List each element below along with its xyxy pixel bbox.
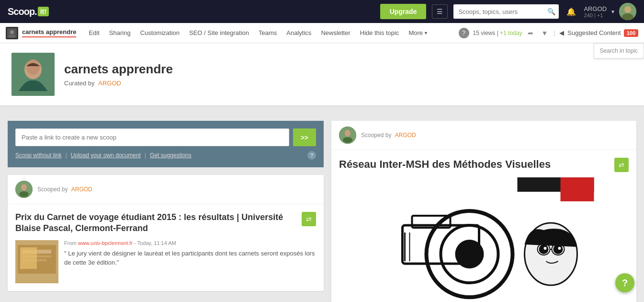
left-card-curator-link[interactable]: ARGOD [71, 186, 92, 193]
page-wrapper: >> Scoop without link | Upload your own … [0, 113, 644, 302]
reshuffle-button[interactable]: ⇄ [302, 212, 316, 226]
svg-point-20 [343, 137, 352, 143]
user-menu[interactable]: ARGOD 240 | +1 ▼ [584, 3, 636, 20]
hamburger-icon: ☰ [437, 8, 443, 15]
scoop-url-input[interactable] [15, 128, 289, 146]
get-suggestions-link[interactable]: Get suggestions [150, 152, 192, 159]
profile-avatar [11, 53, 55, 96]
right-card-body: Réseau Inter-MSH des Méthodes Visuelles … [331, 150, 636, 302]
svg-point-10 [21, 184, 27, 191]
global-search-bar: 🔍 [453, 4, 559, 19]
profile-curator: Curated by ARGOD [64, 80, 173, 87]
search-in-topic-dropdown: Search in topic [594, 43, 644, 58]
logo[interactable]: Scoop. it! [8, 6, 49, 17]
newsletter-link[interactable]: Newsletter [316, 23, 355, 43]
right-card-header: Scooped by ARGOD [331, 121, 636, 150]
views-text: 15 views | +1 today [473, 30, 522, 36]
right-card-avatar-image [339, 127, 356, 144]
nav-right-area: ? 15 views | +1 today ➦ ▼ | ◀ Suggested … [459, 27, 638, 39]
right-card-curator-link[interactable]: ARGOD [395, 132, 416, 139]
profile-section: carnets apprendre Curated by ARGOD [0, 43, 644, 105]
edit-link[interactable]: Edit [84, 23, 104, 43]
curator-link[interactable]: ARGOD [98, 80, 121, 87]
card-excerpt: " Le jury vient de désigner le lauréat e… [64, 249, 316, 267]
svg-point-8 [26, 59, 40, 75]
source-link[interactable]: www.univ-bpclermont.fr [78, 240, 133, 246]
teams-link[interactable]: Teams [254, 23, 282, 43]
filter-icon-btn[interactable]: ▼ [539, 27, 550, 39]
share-icon-btn[interactable]: ➦ [526, 27, 535, 39]
card-thumbnail-image [15, 240, 58, 283]
right-card-title[interactable]: Réseau Inter-MSH des Méthodes Visuelles [339, 158, 610, 172]
svg-rect-23 [561, 177, 594, 201]
help-bubble[interactable]: ? [615, 273, 634, 292]
suggested-content-btn[interactable]: ◀ Suggested Content 100 [559, 29, 638, 37]
search-button[interactable]: 🔍 [543, 4, 559, 19]
card-title-row: Prix du Carnet de voyage étudiant 2015 :… [15, 212, 316, 240]
svg-point-32 [539, 244, 549, 254]
scooped-by-label: Scooped by ARGOD [37, 186, 92, 193]
suggested-count-badge: 100 [624, 29, 638, 37]
top-navigation: Scoop. it! Upgrade ☰ 🔍 🔔 ARGOD 240 | +1 … [0, 0, 644, 23]
left-article-card: Scooped by ARGOD Prix du Carnet de voyag… [8, 175, 324, 291]
upload-document-link[interactable]: Upload your own document [71, 152, 141, 159]
card-thumbnail [15, 240, 58, 283]
card-source: From www.univ-bpclermont.fr - Today, 11:… [64, 240, 316, 246]
profile-avatar-image [11, 53, 55, 96]
sharing-link[interactable]: Sharing [104, 23, 136, 43]
profile-info: carnets apprendre Curated by ARGOD [64, 62, 173, 87]
right-scooped-by: Scooped by ARGOD [361, 132, 416, 139]
customization-link[interactable]: Customization [136, 23, 184, 43]
suggested-content-divider: | [554, 29, 555, 36]
user-name: ARGOD [584, 5, 607, 12]
more-chevron-icon: ▼ [424, 31, 428, 35]
source-time: - Today, 11:14 AM [134, 240, 176, 246]
seo-link[interactable]: SEO / Site integration [184, 23, 254, 43]
scoop-link-divider2: | [145, 152, 146, 159]
right-card-illustration [339, 177, 629, 302]
chevron-left-icon: ◀ [559, 29, 564, 36]
topic-thumbnail-icon [7, 28, 17, 38]
more-link[interactable]: More ▼ [404, 23, 433, 43]
hamburger-button[interactable]: ☰ [432, 4, 448, 19]
scoop-help-button[interactable]: ? [307, 151, 316, 160]
card-title[interactable]: Prix du Carnet de voyage étudiant 2015 :… [15, 212, 298, 234]
right-card-image [339, 177, 629, 302]
right-article-card: Scooped by ARGOD Réseau Inter-MSH des Mé… [331, 121, 636, 302]
card-text-area: From www.univ-bpclermont.fr - Today, 11:… [64, 240, 316, 283]
analytics-link[interactable]: Analytics [282, 23, 316, 43]
scoop-go-button[interactable]: >> [293, 128, 316, 146]
scoop-input-row: >> [15, 128, 316, 146]
svg-point-11 [19, 191, 29, 197]
svg-point-4 [10, 30, 14, 34]
card-avatar [15, 181, 33, 198]
scoop-links: Scoop without link | Upload your own doc… [15, 151, 316, 160]
avatar-image [619, 3, 636, 20]
card-body: Prix du Carnet de voyage étudiant 2015 :… [8, 204, 324, 291]
logo-it-badge: it! [38, 7, 49, 16]
hide-topic-link[interactable]: Hide this topic [355, 23, 404, 43]
upgrade-button[interactable]: Upgrade [380, 4, 427, 19]
help-icon-btn[interactable]: ? [459, 28, 469, 38]
right-card-title-row: Réseau Inter-MSH des Méthodes Visuelles … [339, 158, 629, 177]
right-card-avatar [339, 127, 356, 144]
svg-point-19 [345, 130, 350, 137]
svg-point-35 [558, 247, 561, 250]
right-reshuffle-button[interactable]: ⇄ [614, 158, 629, 172]
topic-name[interactable]: carnets apprendre [22, 28, 76, 37]
topic-icon [6, 27, 18, 39]
scoop-without-link[interactable]: Scoop without link [15, 152, 62, 159]
suggested-content-label: ◀ Suggested Content [559, 29, 621, 36]
notifications-button[interactable]: 🔔 [565, 5, 578, 18]
profile-title: carnets apprendre [64, 62, 173, 77]
svg-point-1 [624, 6, 631, 13]
logo-scoop-text: Scoop. [8, 6, 37, 17]
card-content-row: From www.univ-bpclermont.fr - Today, 11:… [15, 240, 316, 283]
user-count: 240 | +1 [584, 12, 607, 18]
search-input[interactable] [453, 5, 543, 19]
chevron-down-icon: ▼ [610, 9, 615, 14]
right-column: Scooped by ARGOD Réseau Inter-MSH des Mé… [331, 121, 636, 302]
scoop-link-divider1: | [66, 152, 67, 159]
user-avatar [619, 3, 636, 20]
card-avatar-image [15, 181, 33, 198]
